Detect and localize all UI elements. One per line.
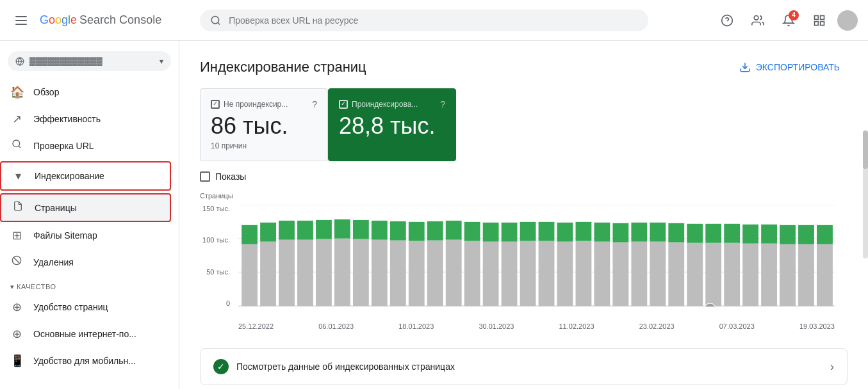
svg-rect-37 bbox=[390, 221, 406, 241]
chart-y-ticks: 150 тыс. 100 тыс. 50 тыс. 0 bbox=[200, 205, 235, 307]
search-input[interactable] bbox=[229, 15, 638, 26]
performance-icon: ↗ bbox=[10, 112, 23, 126]
svg-rect-28 bbox=[316, 239, 332, 306]
indexed-value: 28,8 тыс. bbox=[339, 115, 445, 138]
header-left: Google Search Console bbox=[10, 11, 190, 30]
scroll-thumb[interactable] bbox=[863, 131, 868, 169]
sidebar-item-label: Индексирование bbox=[35, 171, 104, 181]
tick-150: 150 тыс. bbox=[202, 205, 230, 212]
svg-rect-6 bbox=[821, 15, 824, 19]
sidebar-item-core-web-vitals[interactable]: ⊕ Основные интернет-по... bbox=[0, 321, 171, 347]
pages-active-highlight: Страницы bbox=[0, 193, 171, 222]
svg-rect-36 bbox=[390, 241, 406, 306]
not-indexed-card: ✓ Не проиндексир... ? 86 тыс. 10 причин bbox=[200, 88, 328, 161]
sidebar-item-indexing[interactable]: ▾ Индексирование bbox=[1, 163, 170, 189]
help-button[interactable] bbox=[714, 8, 740, 33]
svg-rect-63 bbox=[631, 223, 647, 242]
svg-point-4 bbox=[754, 15, 758, 20]
svg-rect-42 bbox=[446, 240, 462, 306]
svg-rect-77 bbox=[761, 225, 777, 244]
tick-50: 50 тыс. bbox=[206, 268, 230, 276]
svg-rect-79 bbox=[780, 225, 796, 244]
not-indexed-sub: 10 причин bbox=[211, 141, 317, 150]
help-icon-green[interactable]: ? bbox=[440, 99, 445, 109]
svg-rect-43 bbox=[446, 221, 462, 240]
svg-rect-34 bbox=[372, 240, 388, 306]
scroll-indicator[interactable] bbox=[863, 131, 868, 258]
svg-rect-29 bbox=[316, 220, 332, 239]
quality-section-label: ▾ Качество bbox=[0, 275, 179, 294]
svg-rect-72 bbox=[724, 243, 740, 306]
svg-rect-54 bbox=[557, 242, 573, 306]
svg-rect-26 bbox=[297, 240, 313, 306]
sidebar-item-label: Удаления bbox=[33, 257, 74, 267]
site-selector[interactable]: ▓▓▓▓▓▓▓▓▓▓▓▓ ▾ bbox=[8, 51, 171, 71]
svg-rect-38 bbox=[409, 241, 425, 306]
shows-label: Показы bbox=[215, 171, 246, 182]
arrow-right-icon: › bbox=[830, 360, 834, 374]
chevron-down-icon: ▾ bbox=[160, 57, 163, 66]
sidebar-item-page-experience[interactable]: ⊕ Удобство страниц bbox=[0, 294, 171, 321]
svg-rect-45 bbox=[464, 222, 480, 241]
export-button[interactable]: ЭКСПОРТИРОВАТЬ bbox=[732, 56, 848, 78]
bottom-card[interactable]: ✓ Посмотреть данные об индексированных с… bbox=[200, 348, 848, 385]
sidebar-item-label: Обзор bbox=[33, 87, 59, 97]
users-button[interactable] bbox=[745, 8, 771, 33]
indexed-label: Проиндексирова... bbox=[352, 100, 418, 109]
export-label: ЭКСПОРТИРОВАТЬ bbox=[756, 62, 840, 72]
sidebar-item-overview[interactable]: 🏠 Обзор bbox=[0, 79, 171, 106]
x-label: 18.01.2023 bbox=[398, 322, 434, 330]
svg-line-14 bbox=[13, 257, 19, 263]
logo-product: Search Console bbox=[79, 13, 161, 27]
sidebar-item-removals[interactable]: Удаления bbox=[0, 249, 171, 275]
sidebar-item-sitemaps[interactable]: ⊞ Файлы Sitemap bbox=[0, 222, 171, 249]
svg-rect-75 bbox=[742, 225, 758, 244]
svg-rect-47 bbox=[483, 223, 499, 242]
header-right: 4 bbox=[714, 8, 858, 33]
layout: ▓▓▓▓▓▓▓▓▓▓▓▓ ▾ 🏠 Обзор ↗ Эффективность П… bbox=[0, 41, 868, 389]
svg-rect-70 bbox=[705, 243, 721, 306]
indexed-header: ✓ Проиндексирова... ? bbox=[339, 99, 445, 109]
svg-rect-64 bbox=[650, 242, 666, 306]
svg-rect-41 bbox=[427, 221, 443, 241]
svg-rect-30 bbox=[334, 239, 350, 306]
summary-cards: ✓ Не проиндексир... ? 86 тыс. 10 причин … bbox=[200, 88, 456, 161]
sidebar-item-label: Проверка URL bbox=[33, 141, 94, 151]
svg-line-1 bbox=[218, 22, 220, 24]
help-icon[interactable]: ? bbox=[312, 99, 317, 109]
svg-rect-65 bbox=[650, 223, 666, 242]
sidebar-item-url-inspection[interactable]: Проверка URL bbox=[0, 132, 171, 159]
svg-rect-71 bbox=[705, 224, 721, 243]
svg-rect-20 bbox=[242, 244, 258, 306]
home-icon: 🏠 bbox=[10, 85, 23, 99]
x-label: 19.03.2023 bbox=[799, 322, 835, 330]
shows-checkbox[interactable] bbox=[200, 171, 210, 182]
svg-rect-57 bbox=[576, 222, 592, 241]
svg-rect-8 bbox=[821, 21, 824, 25]
grid-button[interactable] bbox=[807, 8, 832, 33]
svg-rect-52 bbox=[539, 241, 555, 306]
svg-rect-53 bbox=[539, 222, 555, 241]
svg-rect-78 bbox=[780, 244, 796, 306]
sidebar-item-performance[interactable]: ↗ Эффективность bbox=[0, 106, 171, 132]
svg-rect-58 bbox=[594, 242, 610, 306]
notifications-badge: 4 bbox=[789, 10, 799, 20]
avatar[interactable] bbox=[837, 10, 858, 31]
logo-google: Google bbox=[40, 13, 77, 27]
sidebar-item-pages[interactable]: Страницы bbox=[1, 194, 170, 221]
svg-rect-60 bbox=[612, 242, 628, 306]
chart-y-label: Страницы bbox=[200, 192, 233, 200]
search-icon bbox=[210, 15, 221, 26]
svg-rect-76 bbox=[761, 244, 777, 306]
sidebar-item-mobile-usability[interactable]: 📱 Удобство для мобильн... bbox=[0, 347, 171, 374]
svg-rect-66 bbox=[668, 242, 684, 306]
chart-container: Страницы 150 тыс. 100 тыс. 50 тыс. 0 bbox=[200, 192, 848, 333]
svg-rect-55 bbox=[557, 223, 573, 242]
notifications-button[interactable]: 4 bbox=[776, 8, 801, 33]
svg-rect-80 bbox=[798, 244, 814, 306]
x-label: 11.02.2023 bbox=[559, 322, 594, 330]
menu-icon[interactable] bbox=[10, 11, 32, 30]
svg-rect-33 bbox=[353, 220, 369, 239]
site-selector-text: ▓▓▓▓▓▓▓▓▓▓▓▓ bbox=[29, 56, 154, 66]
search-bar[interactable] bbox=[200, 10, 648, 31]
